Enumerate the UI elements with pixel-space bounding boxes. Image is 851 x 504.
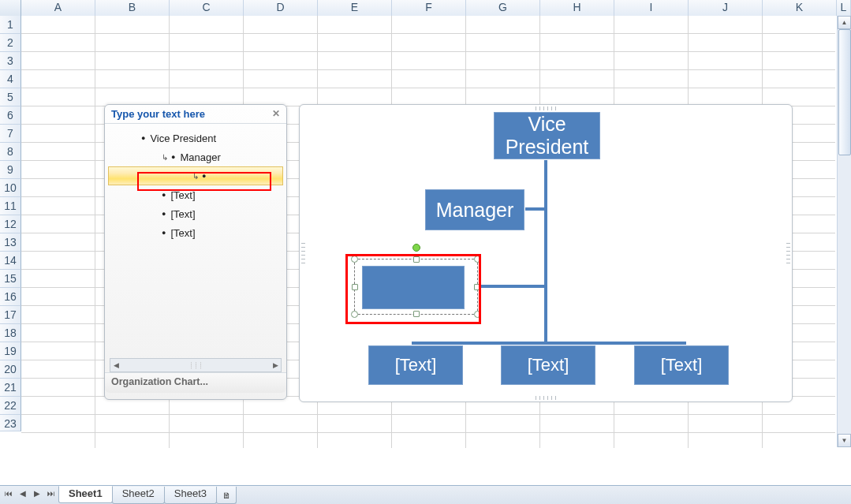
text-pane-body[interactable]: ● Vice President ↳ ● Manager ↳ ● ● [Text…	[105, 124, 286, 358]
row-header[interactable]: 18	[0, 324, 21, 342]
sheet-tab[interactable]: Sheet3	[164, 487, 217, 504]
scroll-grip-icon: ┊┊┊	[189, 362, 202, 369]
close-icon[interactable]: ✕	[272, 108, 280, 120]
scroll-left-icon[interactable]: ◀	[110, 360, 121, 371]
org-node-text[interactable]: [Text]	[500, 345, 596, 386]
resize-handle[interactable]	[413, 256, 420, 263]
row-header[interactable]: 10	[0, 179, 21, 197]
text-pane-item-label: Manager	[180, 151, 220, 163]
resize-handle[interactable]	[351, 311, 358, 318]
row-header[interactable]: 23	[0, 415, 21, 431]
col-header[interactable]: I	[614, 0, 689, 16]
text-pane-item[interactable]: ↳ ● Manager	[108, 147, 283, 166]
text-pane-item[interactable]: ● [Text]	[108, 185, 283, 204]
bullet-icon: ●	[141, 134, 145, 142]
text-pane-item[interactable]: ● [Text]	[108, 204, 283, 223]
scroll-right-icon[interactable]: ▶	[270, 360, 281, 371]
sheet-nav-next[interactable]: ▶	[30, 487, 44, 501]
row-header[interactable]: 21	[0, 379, 21, 397]
org-node-empty[interactable]	[361, 265, 465, 310]
resize-grip-icon[interactable]	[301, 243, 305, 263]
resize-handle[interactable]	[474, 256, 481, 263]
row-header[interactable]: 20	[0, 360, 21, 379]
sheet-tab-bar: ⏮ ◀ ▶ ⏭ Sheet1 Sheet2 Sheet3 🗎	[0, 485, 851, 504]
rotate-handle[interactable]	[412, 244, 420, 252]
sheet-nav-first[interactable]: ⏮	[2, 487, 16, 501]
row-header[interactable]: 13	[0, 233, 21, 252]
text-pane-item-selected[interactable]: ↳ ●	[108, 166, 283, 185]
indent-arrow-icon: ↳	[162, 153, 168, 162]
sheet-tab[interactable]: Sheet2	[112, 487, 165, 504]
col-header[interactable]: H	[540, 0, 614, 16]
row-header[interactable]: 4	[0, 70, 21, 88]
col-header[interactable]: G	[466, 0, 540, 16]
org-node-vice-president[interactable]: Vice President	[493, 111, 601, 160]
col-header[interactable]: D	[244, 0, 318, 16]
col-header[interactable]: A	[21, 0, 95, 16]
org-node-text[interactable]: [Text]	[633, 345, 730, 386]
sheet-nav-last[interactable]: ⏭	[44, 487, 58, 501]
scroll-thumb[interactable]	[838, 29, 851, 155]
resize-handle[interactable]	[474, 284, 480, 290]
scroll-up-icon[interactable]: ▲	[838, 16, 851, 29]
resize-handle[interactable]	[352, 284, 358, 290]
row-header[interactable]: 12	[0, 215, 21, 233]
text-pane-hscroll[interactable]: ◀ ┊┊┊ ▶	[110, 358, 282, 372]
row-header[interactable]: 5	[0, 88, 21, 106]
scroll-down-icon[interactable]: ▼	[838, 434, 851, 447]
resize-handle[interactable]	[351, 256, 358, 263]
col-header[interactable]: C	[170, 0, 244, 16]
col-header[interactable]: L	[837, 0, 851, 16]
sheet-nav-buttons: ⏮ ◀ ▶ ⏭	[2, 487, 58, 504]
sheet-tab-active[interactable]: Sheet1	[58, 486, 113, 503]
text-pane-item-label: [Text]	[170, 208, 195, 220]
org-node-text[interactable]: [Text]	[368, 345, 464, 386]
row-header[interactable]: 17	[0, 306, 21, 324]
indent-arrow-icon: ↳	[192, 172, 199, 181]
smartart-canvas[interactable]: Vice President Manager [Text] [Text] [Te…	[299, 104, 793, 402]
row-header[interactable]: 9	[0, 161, 21, 179]
selected-shape-outline[interactable]	[354, 259, 478, 315]
bullet-icon: ●	[162, 210, 166, 218]
connector-line	[525, 207, 546, 211]
resize-grip-icon[interactable]	[536, 106, 556, 110]
smartart-text-pane[interactable]: Type your text here ✕ ● Vice President ↳…	[104, 104, 287, 400]
org-node-manager[interactable]: Manager	[424, 189, 525, 231]
row-header[interactable]: 16	[0, 288, 21, 306]
row-header[interactable]: 2	[0, 34, 21, 52]
resize-grip-icon[interactable]	[536, 396, 556, 400]
row-header[interactable]: 7	[0, 125, 21, 143]
col-header[interactable]: E	[318, 0, 392, 16]
row-header[interactable]: 15	[0, 270, 21, 288]
row-header[interactable]: 19	[0, 342, 21, 360]
row-header[interactable]: 14	[0, 252, 21, 270]
resize-handle[interactable]	[474, 311, 481, 318]
row-header[interactable]: 11	[0, 197, 21, 215]
sheet-tab-new[interactable]: 🗎	[216, 487, 237, 504]
text-pane-item-label: [Text]	[170, 227, 195, 239]
select-all-corner[interactable]	[0, 0, 21, 16]
resize-grip-icon[interactable]	[786, 243, 790, 263]
bullet-icon: ●	[171, 153, 175, 161]
connector-line	[544, 160, 547, 342]
text-pane-footer[interactable]: Organization Chart...	[105, 372, 286, 393]
bullet-icon: ●	[162, 191, 166, 199]
row-header[interactable]: 3	[0, 52, 21, 70]
row-header[interactable]: 22	[0, 397, 21, 415]
text-pane-title: Type your text here	[111, 108, 205, 120]
text-pane-item[interactable]: ● [Text]	[108, 223, 283, 242]
row-header[interactable]: 8	[0, 143, 21, 161]
col-header[interactable]: F	[392, 0, 466, 16]
sheet-nav-prev[interactable]: ◀	[16, 487, 30, 501]
new-sheet-icon: 🗎	[222, 491, 231, 500]
col-header[interactable]: J	[689, 0, 763, 16]
text-pane-item[interactable]: ● Vice President	[108, 129, 283, 147]
vertical-scrollbar[interactable]: ▲ ▼	[837, 16, 851, 447]
row-header[interactable]: 1	[0, 16, 21, 34]
resize-handle[interactable]	[413, 311, 420, 317]
text-pane-item-label: [Text]	[170, 189, 195, 201]
col-header[interactable]: B	[95, 0, 170, 16]
bullet-icon: ●	[202, 172, 206, 180]
row-header[interactable]: 6	[0, 106, 21, 125]
col-header[interactable]: K	[763, 0, 837, 16]
